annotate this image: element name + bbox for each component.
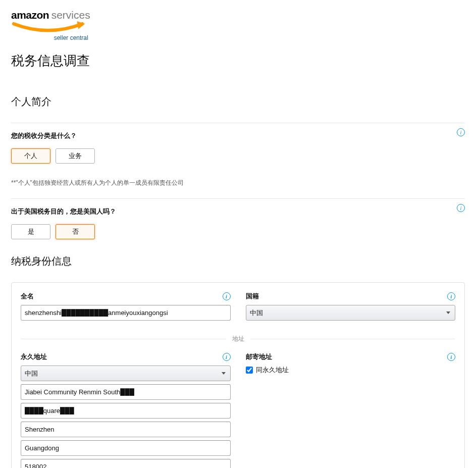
profile-section-title: 个人简介 [11,95,465,109]
same-as-permanent-row[interactable]: 同永久地址 [246,366,456,375]
identity-section-title: 纳税身份信息 [11,254,465,268]
identity-card: 全名 i 国籍 i 中国 地址 [11,282,465,468]
address-line2-input[interactable] [21,403,231,419]
info-icon[interactable]: i [447,353,455,361]
postal-input[interactable] [21,459,231,468]
logo-services-text: services [51,9,90,21]
mailing-address-label: 邮寄地址 [246,352,272,361]
country-select[interactable]: 中国 [21,366,231,381]
same-as-permanent-label: 同永久地址 [256,366,289,375]
address-divider-label: 地址 [226,335,250,343]
option-yes-button[interactable]: 是 [11,224,50,239]
option-no-button[interactable]: 否 [56,224,95,239]
brand-logo: amazon services seller central [11,9,465,42]
page-title: 税务信息调查 [11,52,465,70]
permanent-address-label: 永久地址 [21,352,47,361]
address-line1-input[interactable] [21,384,231,400]
option-business-button[interactable]: 业务 [56,148,95,164]
fullname-label: 全名 [21,292,34,301]
amazon-smile-icon [11,21,90,34]
us-person-label: 出于美国税务目的，您是美国人吗？ [11,207,465,216]
nationality-label: 国籍 [246,292,259,301]
fullname-input[interactable] [21,305,231,321]
info-icon[interactable]: i [223,353,231,361]
city-input[interactable] [21,422,231,437]
individual-hint-text: **"个人"包括独资经营人或所有人为个人的单一成员有限责任公司 [11,179,465,187]
option-individual-button[interactable]: 个人 [11,148,50,164]
info-icon[interactable]: i [223,292,231,300]
info-icon[interactable]: i [457,128,465,136]
same-as-permanent-checkbox[interactable] [246,367,253,374]
info-icon[interactable]: i [457,204,465,212]
logo-subtitle: seller central [11,34,90,41]
info-icon[interactable]: i [447,292,455,300]
tax-classification-label: 您的税收分类是什么？ [11,131,465,140]
nationality-select[interactable]: 中国 [246,305,456,321]
logo-amazon-text: amazon [11,9,49,21]
province-input[interactable] [21,440,231,456]
